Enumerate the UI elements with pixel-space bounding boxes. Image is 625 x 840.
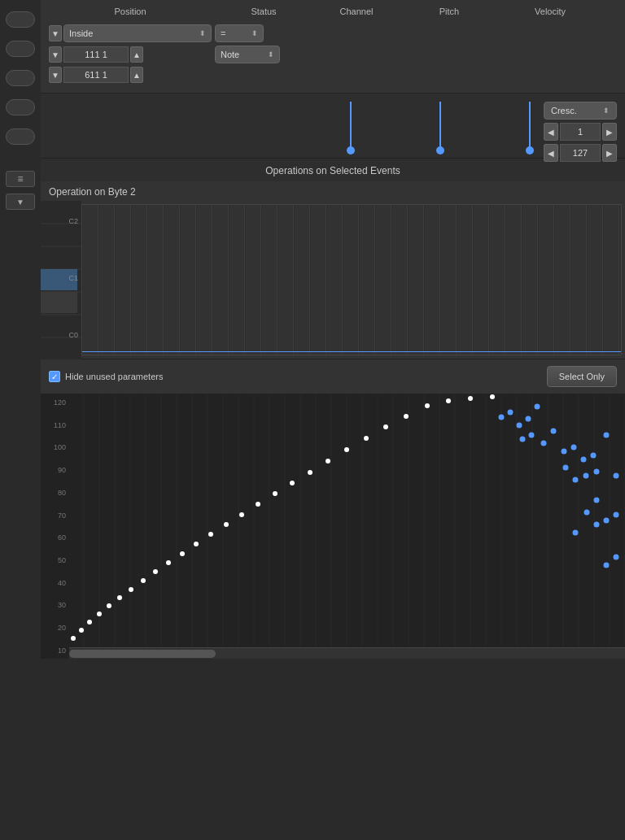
status-type-dropdown-row: Note	[215, 46, 312, 63]
c0-label: C0	[68, 331, 78, 339]
dot-b-17	[594, 469, 600, 475]
sidebar-control-4[interactable]	[6, 99, 35, 115]
y-label-20: 20	[41, 624, 69, 632]
y-label-50: 50	[41, 556, 69, 564]
op-graph	[81, 204, 622, 355]
sidebar-control-2[interactable]	[6, 41, 35, 57]
sidebar-control-1[interactable]	[6, 11, 35, 28]
pos-up-btn[interactable]: ▲	[130, 46, 143, 63]
velocity-slider-line	[529, 102, 531, 150]
dot-w-12	[194, 542, 199, 546]
y-label-10: 10	[41, 646, 69, 655]
pos2-up-btn[interactable]: ▲	[130, 67, 143, 83]
val1-up-btn[interactable]: ▶	[602, 123, 617, 141]
val1-down-btn[interactable]: ◀	[544, 123, 558, 141]
dot-b-12	[581, 457, 587, 463]
dot-w-1	[71, 636, 76, 641]
svg-rect-8	[41, 292, 77, 313]
sidebar-icon-menu[interactable]: ≡	[6, 171, 35, 187]
dot-b-23	[584, 510, 590, 516]
val1-display: 1	[560, 123, 601, 141]
position-down-btn[interactable]: ▼	[49, 25, 62, 41]
dot-w-20	[326, 459, 330, 464]
hide-unused-checkbox[interactable]: ✓	[49, 371, 60, 382]
dot-b-11	[571, 445, 577, 450]
dot-w-21	[344, 447, 349, 452]
sidebar-control-5[interactable]	[6, 128, 35, 145]
dot-w-17	[273, 491, 278, 496]
channel-slider-line	[350, 102, 352, 150]
dot-b-10	[562, 449, 567, 455]
dot-w-28	[490, 394, 495, 399]
dot-w-23	[383, 424, 388, 429]
scrollbar-thumb[interactable]	[69, 650, 216, 658]
col-status: Status	[215, 7, 312, 20]
dot-w-27	[468, 396, 473, 401]
dot-b-26	[614, 555, 619, 560]
dot-b-19	[614, 473, 619, 479]
filter-row-2: ▼ 1 1 1 1 ▲ Note	[49, 46, 617, 63]
dot-w-10	[166, 560, 171, 565]
dot-b-18	[604, 433, 610, 438]
status-type-dropdown[interactable]: Note	[215, 46, 280, 63]
dot-b-22	[614, 512, 619, 518]
dot-b-20	[594, 498, 600, 503]
dot-w-15	[239, 512, 244, 517]
position-stepper-2: ▼ 6 1 1 1 ▲	[49, 67, 212, 83]
dot-w-18	[290, 481, 295, 485]
dot-b-8	[541, 441, 547, 446]
y-label-120: 120	[41, 398, 69, 407]
status-operator-dropdown[interactable]: =	[215, 24, 264, 42]
dot-w-19	[308, 470, 312, 475]
pitch-slider-line	[439, 102, 441, 150]
velocity-slider-handle[interactable]	[526, 146, 534, 155]
column-headers: Position Status Channel Pitch Velocity	[49, 7, 617, 20]
pos-down-btn[interactable]: ▼	[49, 46, 62, 63]
y-label-60: 60	[41, 533, 69, 542]
pos2-val: 6 1 1 1	[63, 67, 129, 83]
dot-w-8	[141, 578, 146, 583]
slider-area: Cresc. ◀ 1 ▶ ◀ 127 ▶	[41, 94, 625, 159]
position-stepper: ▼ 1 1 1 1 ▲	[49, 46, 212, 63]
y-label-40: 40	[41, 579, 69, 587]
val2-display: 127	[560, 144, 601, 162]
velocity-scrollbar[interactable]	[69, 647, 625, 659]
val2-down-btn[interactable]: ◀	[544, 144, 558, 162]
filter-row-3: ▼ 6 1 1 1 ▲	[49, 67, 617, 83]
dot-w-14	[224, 522, 229, 527]
y-label-100: 100	[41, 443, 69, 451]
cresc-dropdown[interactable]: Cresc.	[544, 102, 617, 120]
position-dropdown[interactable]: Inside	[63, 24, 212, 42]
dot-b-15	[573, 477, 579, 483]
dot-b-6	[520, 437, 526, 442]
right-controls: Cresc. ◀ 1 ▶ ◀ 127 ▶	[544, 102, 617, 162]
dot-b-5	[535, 404, 540, 410]
dot-b-27	[604, 563, 610, 568]
dot-w-25	[425, 403, 430, 408]
pitch-slider-handle[interactable]	[436, 146, 444, 155]
val2-up-btn[interactable]: ▶	[602, 144, 617, 162]
dot-b-4	[526, 416, 531, 422]
dot-b-7	[529, 433, 535, 438]
sidebar-control-3[interactable]	[6, 70, 35, 86]
sidebar-icon-down[interactable]: ▼	[6, 194, 35, 210]
dot-w-9	[153, 569, 158, 574]
dot-w-11	[180, 551, 185, 556]
dot-b-14	[563, 465, 569, 471]
pos2-down-btn[interactable]: ▼	[49, 67, 62, 83]
y-label-90: 90	[41, 466, 69, 474]
dot-w-5	[107, 603, 111, 608]
dot-b-16	[583, 473, 589, 479]
dot-w-4	[97, 612, 102, 616]
select-only-button[interactable]: Select Only	[547, 366, 617, 387]
piano-keyboard: C2 C1 C0	[41, 201, 81, 359]
dot-w-2	[79, 628, 84, 633]
dot-b-13	[591, 453, 597, 459]
velocity-plot-svg	[69, 394, 625, 647]
channel-slider-handle[interactable]	[347, 146, 355, 155]
op-graph-bottom	[82, 351, 621, 352]
col-pitch: Pitch	[400, 7, 498, 20]
dot-w-16	[256, 502, 260, 507]
col-velocity: Velocity	[501, 7, 599, 20]
y-axis-labels: 120 110 100 90 80 70 60 50 40 30 20 10	[41, 394, 69, 659]
